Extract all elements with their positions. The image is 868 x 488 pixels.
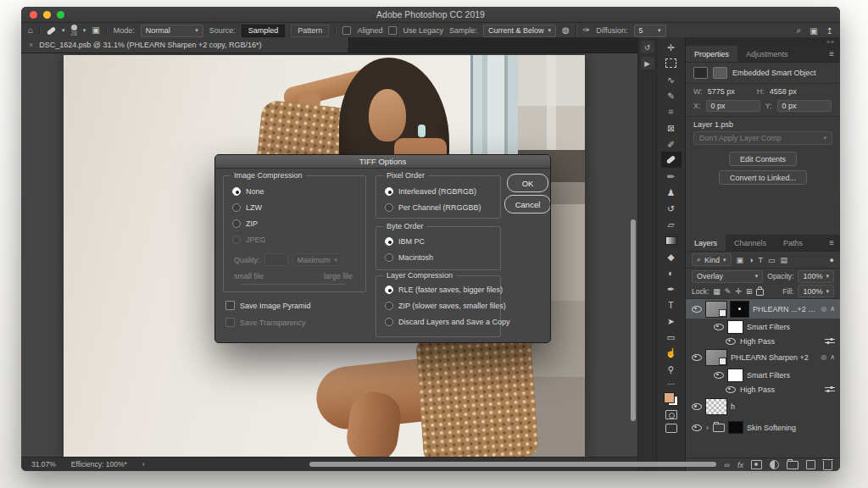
radio-icon[interactable]	[385, 286, 393, 294]
tab-paths[interactable]: Paths	[775, 235, 811, 251]
visibility-eye-icon[interactable]	[691, 403, 702, 410]
filter-options-icon[interactable]	[825, 337, 835, 345]
smart-filters-row[interactable]: Smart Filters	[686, 367, 840, 383]
workspace-switcher-icon[interactable]: ▣	[810, 26, 817, 36]
mode-select[interactable]: Normal ▾	[141, 25, 203, 37]
filter-kind-select[interactable]: ⌕ Kind ▾	[692, 253, 732, 266]
crop-tool[interactable]: ⌗	[661, 103, 682, 119]
expand-group-icon[interactable]: ›	[706, 424, 709, 432]
layer-name[interactable]: h	[731, 402, 835, 411]
canvas-vertical-scrollbar[interactable]	[631, 219, 636, 421]
history-brush-tool[interactable]: ↺	[661, 200, 682, 216]
smart-filters-row[interactable]: Smart Filters	[686, 319, 840, 335]
filter-adjustment-layers-icon[interactable]: ◑	[748, 256, 753, 264]
layer-comp-select[interactable]: Don't Apply Layer Comp ▾	[693, 131, 832, 145]
foreground-color-swatch[interactable]	[664, 392, 675, 403]
smart-filter-badge-icon[interactable]: ◎	[821, 305, 826, 313]
path-selection-tool[interactable]: ➤	[661, 313, 682, 329]
radio-icon[interactable]	[385, 203, 393, 212]
group-name[interactable]: Skin Softening	[747, 424, 835, 432]
move-tool[interactable]: ✛	[661, 39, 682, 55]
panel-menu-icon[interactable]: ≡	[823, 46, 840, 62]
radio-per-channel[interactable]: Per Channel (RRGGBB)	[385, 203, 481, 212]
pen-pressure-icon[interactable]: ✑	[583, 26, 590, 35]
current-tool-icon[interactable]	[47, 26, 57, 36]
eraser-tool[interactable]: ▱	[661, 216, 682, 232]
filter-mask-thumb[interactable]	[728, 321, 743, 333]
filter-shape-layers-icon[interactable]: ▭	[768, 256, 776, 264]
new-group-icon[interactable]	[787, 461, 798, 469]
filter-row[interactable]: High Pass	[686, 383, 840, 396]
pen-tool[interactable]: ✒	[661, 280, 682, 297]
search-icon[interactable]: ⌕	[797, 25, 802, 36]
eyedropper-tool[interactable]: ✐	[661, 136, 682, 152]
radio-none[interactable]: None	[232, 187, 264, 196]
link-layers-icon[interactable]: ∞	[725, 461, 730, 469]
add-adjustment-layer-icon[interactable]	[770, 460, 779, 469]
type-tool[interactable]: T	[661, 297, 682, 313]
radio-macintosh[interactable]: Macintosh	[385, 253, 433, 262]
collapse-panels-icon[interactable]: ««	[826, 39, 835, 45]
layer-group-row[interactable]: › Skin Softening	[686, 418, 840, 437]
radio-icon[interactable]	[232, 219, 241, 228]
lock-all-icon[interactable]	[756, 289, 764, 296]
filter-name[interactable]: High Pass	[740, 385, 821, 394]
delete-layer-icon[interactable]	[823, 461, 832, 470]
document-tab[interactable]: × DSC_1624.psb @ 31.1% (PHLEARN Sharpen …	[21, 37, 349, 53]
filter-options-icon[interactable]	[825, 385, 835, 393]
source-sampled-button[interactable]: Sampled	[242, 25, 286, 37]
brush-picker-chevron-icon[interactable]: ▾	[83, 27, 86, 34]
visibility-eye-icon[interactable]	[713, 324, 724, 330]
history-panel-icon[interactable]: ↺	[641, 41, 654, 53]
lock-artboard-icon[interactable]: ⊞	[746, 287, 753, 296]
y-input[interactable]: 0 px	[777, 100, 832, 112]
save-image-pyramid-row[interactable]: Save Image Pyramid	[225, 301, 311, 310]
radio-icon[interactable]	[232, 187, 241, 196]
visibility-eye-icon[interactable]	[725, 338, 736, 345]
layer-row[interactable]: PHLEARN ...+2 copy ◎ ∧	[686, 299, 840, 319]
aligned-checkbox[interactable]	[342, 26, 351, 35]
layer-thumbnail[interactable]	[706, 350, 726, 365]
zoom-tool[interactable]: ⚲	[661, 361, 682, 377]
radio-lzw[interactable]: LZW	[232, 203, 262, 212]
dodge-tool[interactable]: ◐	[661, 264, 682, 280]
x-input[interactable]: 0 px	[706, 100, 760, 112]
radio-zip-layers[interactable]: ZIP (slower saves, smaller files)	[385, 302, 506, 310]
frame-tool[interactable]: ⊠	[661, 119, 682, 136]
layer-name[interactable]: PHLEARN Sharpen +2	[731, 353, 816, 362]
tab-properties[interactable]: Properties	[686, 46, 737, 62]
zoom-level[interactable]: 31.07%	[31, 460, 56, 469]
ok-button[interactable]: OK	[507, 174, 548, 192]
screen-mode-icon[interactable]	[665, 424, 677, 433]
tool-preset-chevron-icon[interactable]: ▾	[62, 27, 65, 34]
quick-mask-mode-icon[interactable]	[665, 410, 677, 419]
visibility-eye-icon[interactable]	[691, 424, 702, 431]
close-window-button[interactable]	[30, 11, 37, 19]
radio-icon[interactable]	[385, 253, 393, 262]
collapse-filters-icon[interactable]: ∧	[830, 353, 835, 361]
spot-healing-brush-tool[interactable]	[661, 152, 682, 168]
filter-mask-thumb[interactable]	[728, 369, 743, 381]
clone-stamp-tool[interactable]: ♟	[661, 184, 682, 200]
color-swatches[interactable]	[664, 392, 678, 406]
filter-pixel-layers-icon[interactable]: ▣	[737, 256, 744, 264]
brush-preset-picker[interactable]: 28	[71, 25, 77, 37]
lock-position-icon[interactable]: ✛	[735, 287, 742, 296]
lock-transparency-icon[interactable]: ▦	[713, 287, 721, 296]
sample-select[interactable]: Current & Below ▾	[483, 25, 556, 37]
layer-style-icon[interactable]: fx	[737, 461, 743, 469]
edit-contents-button[interactable]: Edit Contents	[729, 152, 797, 166]
share-icon[interactable]: ↥	[826, 26, 833, 36]
smart-filter-badge-icon[interactable]: ◎	[821, 353, 826, 361]
shape-tool[interactable]: ▭	[661, 329, 682, 345]
use-legacy-checkbox[interactable]	[388, 26, 397, 35]
lasso-tool[interactable]: ∿	[661, 71, 682, 87]
status-chevron-icon[interactable]: ›	[142, 460, 145, 469]
brush-panel-toggle-icon[interactable]: ▣	[92, 26, 99, 35]
save-image-pyramid-checkbox[interactable]	[225, 301, 235, 310]
layer-thumbnail[interactable]	[706, 302, 726, 317]
layer-row[interactable]: h	[686, 396, 840, 418]
gradient-tool[interactable]	[661, 232, 682, 248]
lock-pixels-icon[interactable]: ✎	[725, 287, 732, 296]
radio-interleaved[interactable]: Interleaved (RGBRGB)	[385, 187, 476, 196]
